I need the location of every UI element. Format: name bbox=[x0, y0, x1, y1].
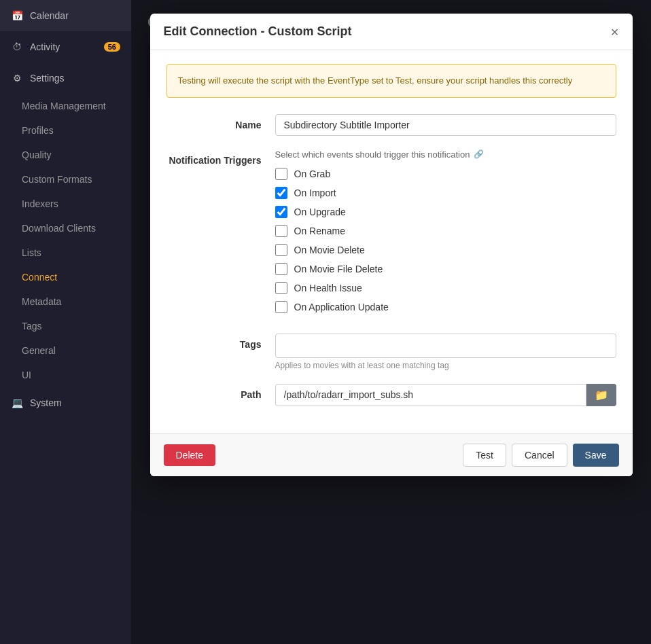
checkbox-on-movie-delete-input[interactable] bbox=[275, 244, 287, 256]
sidebar-item-download-clients[interactable]: Download Clients bbox=[0, 216, 131, 240]
sidebar-item-label: Settings bbox=[30, 73, 65, 84]
tags-label: Tags bbox=[166, 334, 275, 350]
sidebar-item-label: Calendar bbox=[30, 10, 69, 21]
trigger-link: Select which events should trigger this … bbox=[275, 149, 616, 160]
tags-field: Applies to movies with at least one matc… bbox=[275, 334, 616, 370]
path-row: Path 📁 bbox=[166, 384, 616, 406]
checkbox-on-import-label: On Import bbox=[294, 187, 336, 198]
checkbox-on-rename-label: On Rename bbox=[294, 226, 345, 236]
system-icon: 💻 bbox=[11, 397, 23, 409]
checkbox-on-grab: On Grab bbox=[275, 168, 616, 180]
save-button[interactable]: Save bbox=[573, 444, 619, 467]
checkbox-on-movie-file-delete: On Movie File Delete bbox=[275, 263, 616, 275]
edit-connection-modal: Edit Connection - Custom Script × Testin… bbox=[150, 14, 633, 476]
notification-triggers-label: Notification Triggers bbox=[166, 149, 275, 166]
checkbox-on-upgrade: On Upgrade bbox=[275, 206, 616, 218]
checkbox-on-movie-file-delete-input[interactable] bbox=[275, 263, 287, 275]
footer-right-buttons: Test Cancel Save bbox=[463, 444, 618, 467]
name-input[interactable] bbox=[275, 114, 616, 136]
name-label: Name bbox=[166, 114, 275, 130]
sidebar-item-settings[interactable]: ⚙ Settings bbox=[0, 62, 131, 94]
path-input-row: 📁 bbox=[275, 384, 616, 406]
tags-hint: Applies to movies with at least one matc… bbox=[275, 361, 616, 370]
checkbox-on-upgrade-input[interactable] bbox=[275, 206, 287, 218]
main-content: Connections Subdirectory Subtitle Im... … bbox=[131, 0, 651, 644]
sidebar-item-metadata[interactable]: Metadata bbox=[0, 289, 131, 314]
name-field bbox=[275, 114, 616, 136]
sidebar-item-lists[interactable]: Lists bbox=[0, 240, 131, 265]
sidebar-item-quality[interactable]: Quality bbox=[0, 143, 131, 167]
sidebar-item-tags[interactable]: Tags bbox=[0, 314, 131, 338]
cancel-button[interactable]: Cancel bbox=[512, 444, 567, 467]
path-field: 📁 bbox=[275, 384, 616, 406]
checkbox-on-health-issue: On Health Issue bbox=[275, 282, 616, 294]
calendar-icon: 📅 bbox=[11, 10, 23, 22]
notification-triggers-field: Select which events should trigger this … bbox=[275, 149, 616, 320]
sidebar-item-ui[interactable]: UI bbox=[0, 363, 131, 387]
sidebar-item-label: Activity bbox=[30, 41, 60, 52]
activity-badge: 56 bbox=[104, 42, 120, 52]
modal-close-button[interactable]: × bbox=[611, 25, 619, 39]
checkbox-on-health-issue-label: On Health Issue bbox=[294, 283, 362, 293]
checkbox-on-movie-file-delete-label: On Movie File Delete bbox=[294, 264, 383, 274]
modal-overlay: Edit Connection - Custom Script × Testin… bbox=[131, 0, 651, 644]
test-button[interactable]: Test bbox=[463, 444, 506, 467]
checkbox-on-movie-delete-label: On Movie Delete bbox=[294, 245, 365, 255]
sidebar-item-custom-formats[interactable]: Custom Formats bbox=[0, 167, 131, 192]
checkbox-on-upgrade-label: On Upgrade bbox=[294, 207, 346, 217]
sidebar-item-profiles[interactable]: Profiles bbox=[0, 118, 131, 143]
activity-icon: ⏱ bbox=[11, 41, 23, 53]
checkbox-on-rename-input[interactable] bbox=[275, 225, 287, 237]
modal-body: Testing will execute the script with the… bbox=[150, 50, 633, 433]
checkbox-on-application-update-label: On Application Update bbox=[294, 302, 389, 312]
checkbox-on-health-issue-input[interactable] bbox=[275, 282, 287, 294]
sidebar-item-activity[interactable]: ⏱ Activity 56 bbox=[0, 31, 131, 62]
sidebar-item-media-management[interactable]: Media Management bbox=[0, 94, 131, 118]
modal-title: Edit Connection - Custom Script bbox=[164, 24, 352, 39]
checkbox-on-import-input[interactable] bbox=[275, 187, 287, 199]
checkbox-on-rename: On Rename bbox=[275, 225, 616, 237]
delete-button[interactable]: Delete bbox=[164, 444, 215, 466]
path-label: Path bbox=[166, 384, 275, 400]
sidebar-item-system[interactable]: 💻 System bbox=[0, 387, 131, 418]
checkbox-on-grab-label: On Grab bbox=[294, 168, 331, 179]
name-field-row: Name bbox=[166, 114, 616, 136]
sidebar-item-general[interactable]: General bbox=[0, 338, 131, 363]
checkbox-on-import: On Import bbox=[275, 187, 616, 199]
sidebar-item-connect[interactable]: Connect bbox=[0, 265, 131, 289]
path-input[interactable] bbox=[275, 384, 586, 406]
external-link-icon: 🔗 bbox=[474, 149, 484, 159]
path-browse-button[interactable]: 📁 bbox=[586, 384, 616, 406]
tags-row: Tags Applies to movies with at least one… bbox=[166, 334, 616, 370]
checkbox-on-application-update-input[interactable] bbox=[275, 301, 287, 313]
sidebar: 📅 Calendar ⏱ Activity 56 ⚙ Settings Medi… bbox=[0, 0, 131, 644]
modal-footer: Delete Test Cancel Save bbox=[150, 433, 633, 476]
modal-header: Edit Connection - Custom Script × bbox=[150, 14, 633, 50]
settings-icon: ⚙ bbox=[11, 72, 23, 84]
checkbox-on-movie-delete: On Movie Delete bbox=[275, 244, 616, 256]
tags-input[interactable] bbox=[275, 334, 616, 358]
sidebar-item-indexers[interactable]: Indexers bbox=[0, 192, 131, 216]
notification-triggers-row: Notification Triggers Select which event… bbox=[166, 149, 616, 320]
checkbox-on-application-update: On Application Update bbox=[275, 301, 616, 313]
sidebar-item-label: System bbox=[30, 397, 62, 408]
warning-message: Testing will execute the script with the… bbox=[166, 64, 616, 98]
checkbox-on-grab-input[interactable] bbox=[275, 168, 287, 180]
sidebar-item-calendar[interactable]: 📅 Calendar bbox=[0, 0, 131, 31]
